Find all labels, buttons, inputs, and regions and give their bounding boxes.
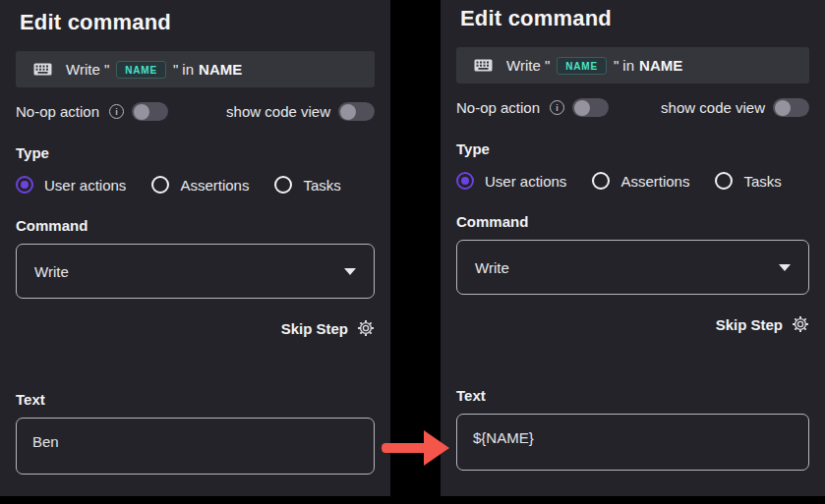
type-section-label: Type bbox=[456, 140, 809, 157]
radio-tasks[interactable]: Tasks bbox=[274, 176, 340, 194]
command-middle: " in bbox=[173, 61, 194, 78]
radio-tasks[interactable]: Tasks bbox=[715, 172, 781, 190]
radio-label: Assertions bbox=[180, 177, 249, 194]
keyboard-icon bbox=[474, 59, 493, 72]
toggles-row: No-op action i show code view bbox=[456, 98, 809, 117]
skip-step-label: Skip Step bbox=[281, 320, 348, 337]
command-prefix: Write " bbox=[66, 61, 109, 78]
gear-icon[interactable] bbox=[357, 319, 375, 337]
chevron-down-icon bbox=[344, 268, 356, 275]
code-view-label: show code view bbox=[226, 103, 330, 120]
keyboard-icon bbox=[33, 63, 52, 76]
radio-icon[interactable] bbox=[715, 172, 733, 190]
variable-badge[interactable]: NAME bbox=[557, 57, 607, 75]
radio-label: Assertions bbox=[620, 173, 689, 190]
text-input[interactable]: Ben bbox=[16, 418, 375, 475]
screenshot-stage: Edit command Write " NAME " in NAME No-o… bbox=[0, 0, 825, 504]
radio-assertions[interactable]: Assertions bbox=[151, 176, 249, 194]
radio-label: User actions bbox=[485, 173, 566, 190]
code-view-label: show code view bbox=[661, 99, 765, 116]
text-section-label: Text bbox=[16, 391, 375, 408]
chevron-down-icon bbox=[779, 264, 791, 271]
type-radio-group: User actions Assertions Tasks bbox=[456, 172, 809, 190]
toggle-knob bbox=[340, 104, 356, 120]
command-section-label: Command bbox=[16, 217, 375, 234]
radio-selected-icon[interactable] bbox=[16, 176, 33, 194]
radio-user-actions[interactable]: User actions bbox=[456, 172, 566, 190]
command-summary-text: Write " NAME " in NAME bbox=[66, 61, 242, 79]
noop-label: No-op action bbox=[456, 99, 540, 116]
toggle-knob bbox=[574, 100, 590, 116]
code-view-toggle[interactable] bbox=[338, 102, 375, 121]
command-target: NAME bbox=[639, 57, 682, 74]
arrow-shape bbox=[382, 430, 449, 466]
gear-icon[interactable] bbox=[792, 315, 809, 333]
info-icon[interactable]: i bbox=[550, 100, 564, 115]
noop-toggle[interactable] bbox=[132, 102, 168, 121]
red-arrow-icon bbox=[381, 427, 451, 469]
skip-step-label: Skip Step bbox=[716, 316, 783, 333]
skip-step-row: Skip Step bbox=[456, 315, 809, 333]
toggles-row: No-op action i show code view bbox=[16, 102, 375, 121]
radio-selected-icon[interactable] bbox=[456, 172, 474, 190]
command-summary-text: Write " NAME " in NAME bbox=[506, 57, 682, 75]
text-input[interactable]: ${NAME} bbox=[456, 414, 809, 471]
text-section-label: Text bbox=[456, 387, 809, 404]
page-title: Edit command bbox=[20, 10, 371, 35]
type-section-label: Type bbox=[16, 144, 375, 161]
command-middle: " in bbox=[614, 57, 634, 74]
radio-label: Tasks bbox=[743, 173, 781, 190]
variable-badge[interactable]: NAME bbox=[116, 61, 166, 79]
radio-user-actions[interactable]: User actions bbox=[16, 176, 126, 194]
noop-toggle[interactable] bbox=[572, 98, 609, 117]
radio-icon[interactable] bbox=[274, 176, 292, 194]
radio-assertions[interactable]: Assertions bbox=[592, 172, 689, 190]
type-radio-group: User actions Assertions Tasks bbox=[16, 176, 375, 194]
toggle-knob bbox=[775, 100, 791, 116]
radio-label: Tasks bbox=[303, 177, 340, 194]
info-icon[interactable]: i bbox=[109, 104, 124, 119]
command-dropdown[interactable]: Write bbox=[456, 240, 809, 295]
noop-label: No-op action bbox=[16, 103, 99, 120]
page-title: Edit command bbox=[460, 6, 805, 31]
command-prefix: Write " bbox=[506, 57, 550, 74]
command-section-label: Command bbox=[456, 213, 809, 230]
edit-command-panel-after: Edit command Write " NAME " in NAME No-o… bbox=[441, 0, 825, 496]
radio-icon[interactable] bbox=[151, 176, 169, 194]
command-summary-bar[interactable]: Write " NAME " in NAME bbox=[456, 47, 809, 84]
skip-step-row: Skip Step bbox=[16, 319, 375, 337]
command-target: NAME bbox=[199, 61, 242, 78]
command-dropdown[interactable]: Write bbox=[16, 244, 375, 299]
toggle-knob bbox=[134, 104, 149, 120]
command-dropdown-value: Write bbox=[475, 259, 509, 276]
command-summary-bar[interactable]: Write " NAME " in NAME bbox=[16, 51, 375, 87]
edit-command-panel-before: Edit command Write " NAME " in NAME No-o… bbox=[0, 0, 390, 496]
code-view-toggle[interactable] bbox=[773, 98, 809, 117]
command-dropdown-value: Write bbox=[34, 263, 69, 280]
radio-label: User actions bbox=[44, 177, 126, 194]
radio-icon[interactable] bbox=[592, 172, 610, 190]
